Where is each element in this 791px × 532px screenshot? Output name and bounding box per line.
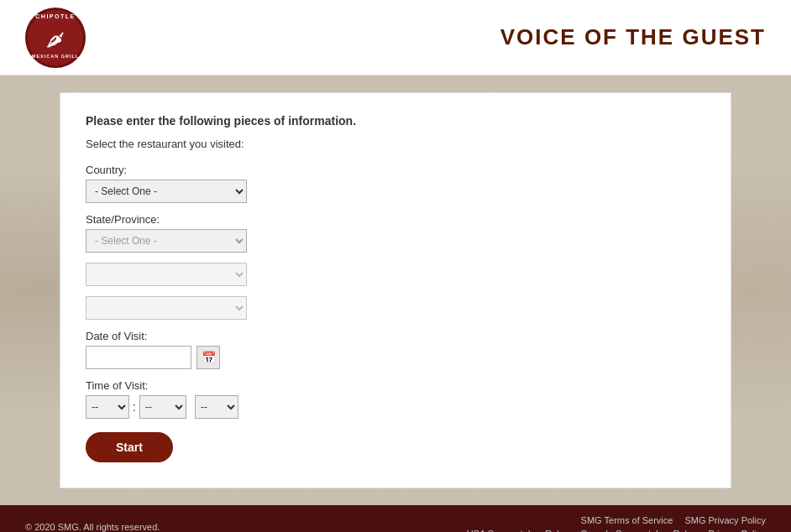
main-content: Please enter the following pieces of inf… [0, 76, 791, 505]
date-group: Date of Visit: 📅 [86, 330, 705, 369]
time-row: -- 010203 040506 070809 101112 : -- 0015… [86, 395, 705, 419]
state-group: State/Province: - Select One - [86, 213, 705, 253]
footer-links-row-1: SMG Terms of Service SMG Privacy Policy [581, 515, 766, 525]
footer-copyright: © 2020 SMG. All rights reserved. [25, 522, 160, 532]
logo-circle: CHIPOTLE 🌶 MEXICAN GRILL [25, 8, 86, 68]
logo-top-text: CHIPOTLE [28, 13, 83, 19]
time-colon: : [131, 400, 138, 414]
header: CHIPOTLE 🌶 MEXICAN GRILL VOICE OF THE GU… [0, 0, 791, 76]
time-minute-select[interactable]: -- 00153045 [139, 395, 186, 419]
time-label: Time of Visit: [86, 379, 705, 392]
dropdown4-select[interactable] [86, 296, 247, 320]
date-label: Date of Visit: [86, 330, 705, 342]
footer-links-row-2: USA Sweepstakes Rules Canada Sweepstakes… [467, 529, 766, 532]
country-select[interactable]: - Select One - United States Canada [86, 180, 247, 203]
footer: © 2020 SMG. All rights reserved. SMG Ter… [0, 505, 791, 532]
footer-link-smg-privacy[interactable]: SMG Privacy Policy [684, 515, 766, 525]
country-label: Country: [86, 164, 705, 176]
time-ampm-select[interactable]: -- AM PM [195, 395, 238, 419]
dropdown3-select[interactable] [86, 263, 247, 286]
footer-link-smg-tos[interactable]: SMG Terms of Service [581, 515, 673, 525]
dropdown4-group [86, 296, 705, 320]
form-subtitle: Select the restaurant you visited: [86, 138, 705, 150]
state-select[interactable]: - Select One - [86, 229, 247, 253]
form-title: Please enter the following pieces of inf… [86, 114, 705, 128]
start-button[interactable]: Start [86, 432, 173, 462]
page-title: VOICE OF THE GUEST [500, 24, 766, 50]
footer-link-canada-sweepstakes[interactable]: Canada Sweepstakes Rules [580, 529, 696, 532]
country-group: Country: - Select One - United States Ca… [86, 164, 705, 203]
time-spacer [188, 401, 193, 414]
footer-link-privacy[interactable]: Privacy Policy [709, 529, 766, 532]
logo-pepper-icon: 🌶 [46, 29, 65, 51]
time-group: Time of Visit: -- 010203 040506 070809 1… [86, 379, 705, 419]
calendar-button[interactable]: 📅 [196, 346, 220, 369]
date-input[interactable] [86, 346, 191, 369]
date-row: 📅 [86, 346, 705, 369]
calendar-icon: 📅 [202, 351, 216, 364]
logo: CHIPOTLE 🌶 MEXICAN GRILL [25, 8, 86, 68]
logo-bottom-text: MEXICAN GRILL [28, 54, 83, 59]
footer-link-usa-sweepstakes[interactable]: USA Sweepstakes Rules [467, 529, 569, 532]
form-card: Please enter the following pieces of inf… [60, 92, 731, 488]
time-hour-select[interactable]: -- 010203 040506 070809 101112 [86, 395, 129, 419]
dropdown3-group [86, 263, 705, 286]
footer-links: SMG Terms of Service SMG Privacy Policy … [467, 515, 766, 532]
state-label: State/Province: [86, 213, 705, 226]
